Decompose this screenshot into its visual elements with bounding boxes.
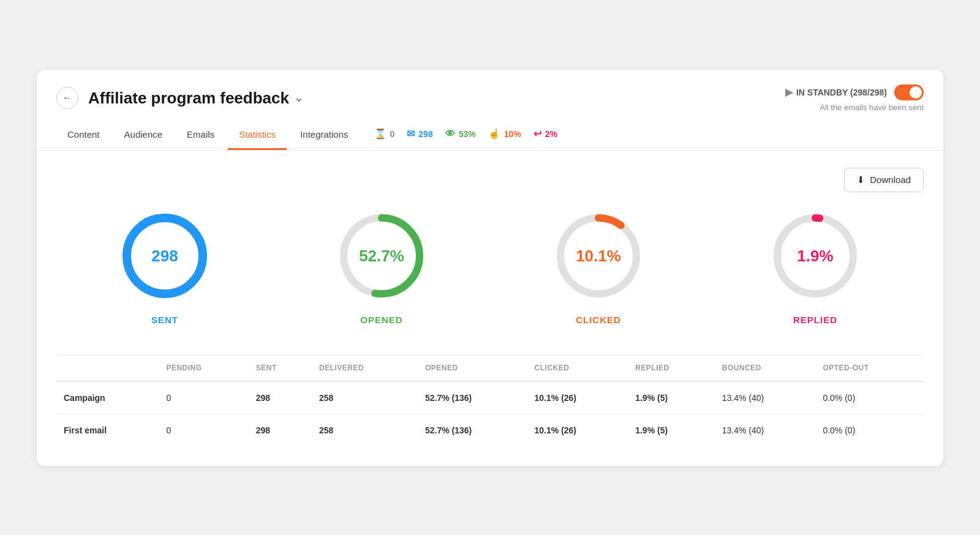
donut-sent-value: 298: [151, 246, 178, 265]
nav-tabs: Content Audience Emails Statistics Integ…: [56, 124, 360, 150]
download-button[interactable]: ⬇ Download: [844, 168, 924, 192]
chart-clicked: 10.1% CLICKED: [549, 207, 647, 325]
hourglass-icon: ⌛: [374, 128, 386, 140]
row-campaign-opted-out: 0.0% (0): [815, 381, 924, 414]
row-campaign-sent: 298: [249, 381, 312, 414]
stat-sent-value: 298: [418, 129, 432, 139]
row-first-email-delivered: 258: [312, 414, 418, 446]
stats-table-section: PENDING SENT DELIVERED OPENED CLICKED RE…: [56, 354, 924, 446]
donut-clicked-value: 10.1%: [576, 246, 621, 265]
th-opened: OPENED: [418, 355, 527, 381]
reply-icon: ↩: [533, 128, 541, 140]
page-title-text: Affiliate program feedback: [88, 89, 289, 108]
th-clicked: CLICKED: [527, 355, 628, 381]
row-campaign-clicked: 10.1% (26): [527, 381, 628, 414]
row-first-email-replied: 1.9% (5): [628, 414, 715, 446]
header-left: ← Affiliate program feedback ⌄: [56, 87, 303, 109]
tab-content[interactable]: Content: [56, 124, 111, 150]
th-opted-out: OPTED-OUT: [815, 355, 924, 381]
th-replied: REPLIED: [628, 355, 715, 381]
row-first-email-opened: 52.7% (136): [418, 414, 527, 446]
download-label: Download: [870, 174, 911, 185]
title-chevron-icon[interactable]: ⌄: [294, 91, 303, 105]
stat-replied: ↩ 2%: [533, 128, 557, 140]
tab-emails[interactable]: Emails: [176, 124, 225, 150]
stat-clicked: ☝ 10%: [488, 128, 521, 140]
chart-replied: 1.9% REPLIED: [766, 207, 864, 325]
chart-opened: 52.7% OPENED: [333, 207, 431, 325]
standby-label: ▶ IN STANDBY (298/298): [785, 86, 887, 98]
table-row: First email 0 298 258 52.7% (136) 10.1% …: [56, 414, 924, 446]
row-campaign-delivered: 258: [312, 381, 418, 414]
hand-click-icon: ☝: [488, 128, 500, 140]
row-campaign-label: Campaign: [56, 381, 159, 414]
donut-sent: 298: [116, 207, 214, 305]
tab-integrations[interactable]: Integrations: [289, 124, 359, 150]
donut-replied: 1.9%: [766, 207, 864, 305]
donut-opened: 52.7%: [333, 207, 431, 305]
stat-replied-value: 2%: [545, 129, 557, 139]
row-first-email-bounced: 13.4% (40): [715, 414, 816, 446]
main-content: ⬇ Download 298 SENT: [37, 151, 943, 466]
play-icon: ▶: [785, 86, 793, 98]
page-title: Affiliate program feedback ⌄: [88, 89, 303, 108]
chart-sent-label: SENT: [151, 315, 178, 325]
th-name: [56, 355, 159, 381]
standby-text: IN STANDBY (298/298): [796, 88, 887, 97]
donut-replied-value: 1.9%: [797, 246, 833, 265]
chart-opened-label: OPENED: [360, 315, 402, 325]
standby-subtitle: All the emails have been sent: [820, 103, 924, 112]
tab-statistics[interactable]: Statistics: [228, 124, 287, 150]
download-icon: ⬇: [857, 174, 865, 185]
eye-icon: 👁: [445, 129, 455, 140]
nav-bar: Content Audience Emails Statistics Integ…: [37, 112, 943, 151]
row-first-email-label: First email: [56, 414, 159, 446]
row-first-email-opted-out: 0.0% (0): [815, 414, 924, 446]
charts-row: 298 SENT 52.7% OPENED: [56, 207, 924, 325]
stat-sent: ✉ 298: [407, 128, 432, 140]
standby-row: ▶ IN STANDBY (298/298): [785, 84, 924, 100]
table-row: Campaign 0 298 258 52.7% (136) 10.1% (26…: [56, 381, 924, 414]
th-delivered: DELIVERED: [312, 355, 418, 381]
row-campaign-bounced: 13.4% (40): [715, 381, 816, 414]
stat-pending: ⌛ 0: [374, 128, 395, 140]
tab-audience[interactable]: Audience: [113, 124, 174, 150]
donut-clicked: 10.1%: [549, 207, 647, 305]
chart-replied-label: REPLIED: [793, 315, 837, 325]
stat-pending-value: 0: [390, 129, 395, 139]
row-campaign-pending: 0: [159, 381, 248, 414]
header: ← Affiliate program feedback ⌄ ▶ IN STAN…: [37, 70, 943, 112]
th-pending: PENDING: [159, 355, 248, 381]
table-header-row: PENDING SENT DELIVERED OPENED CLICKED RE…: [56, 355, 924, 381]
header-right: ▶ IN STANDBY (298/298) All the emails ha…: [785, 84, 924, 112]
standby-toggle[interactable]: [894, 84, 924, 100]
nav-stats: ⌛ 0 ✉ 298 👁 53% ☝ 10% ↩ 2%: [374, 128, 557, 146]
th-bounced: BOUNCED: [715, 355, 816, 381]
download-row: ⬇ Download: [56, 168, 924, 192]
email-icon: ✉: [407, 128, 415, 140]
back-button[interactable]: ←: [56, 87, 78, 109]
donut-opened-value: 52.7%: [359, 246, 404, 265]
main-card: ← Affiliate program feedback ⌄ ▶ IN STAN…: [37, 70, 943, 466]
row-first-email-sent: 298: [249, 414, 312, 446]
chart-clicked-label: CLICKED: [576, 315, 621, 325]
stat-clicked-value: 10%: [504, 129, 521, 139]
th-sent: SENT: [249, 355, 312, 381]
row-campaign-opened: 52.7% (136): [418, 381, 527, 414]
stat-opened-value: 53%: [459, 129, 476, 139]
chart-sent: 298 SENT: [116, 207, 214, 325]
stats-table: PENDING SENT DELIVERED OPENED CLICKED RE…: [56, 355, 924, 446]
stat-opened: 👁 53%: [445, 129, 476, 140]
row-campaign-replied: 1.9% (5): [628, 381, 715, 414]
row-first-email-clicked: 10.1% (26): [527, 414, 628, 446]
row-first-email-pending: 0: [159, 414, 248, 446]
